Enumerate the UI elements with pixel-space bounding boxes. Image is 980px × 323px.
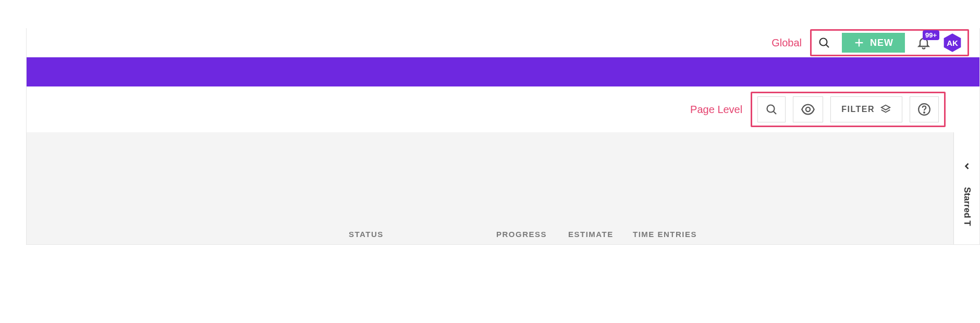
column-headers: STATUS PROGRESS ESTIMATE TIME ENTRIES	[27, 223, 953, 244]
help-icon	[917, 103, 931, 116]
column-status: STATUS	[349, 230, 496, 239]
purple-banner	[27, 57, 979, 86]
visibility-button[interactable]	[793, 96, 823, 122]
new-button[interactable]: NEW	[842, 33, 905, 53]
svg-marker-8	[881, 105, 890, 110]
notifications-button[interactable]: 99+	[914, 33, 933, 52]
eye-icon	[801, 102, 815, 117]
chevron-left-icon	[962, 161, 972, 171]
plus-icon	[853, 37, 865, 48]
new-button-label: NEW	[870, 38, 893, 48]
filter-button[interactable]: FILTER	[830, 96, 902, 122]
svg-line-6	[774, 111, 776, 114]
help-button[interactable]	[910, 96, 939, 122]
column-progress: PROGRESS	[496, 230, 568, 239]
user-avatar[interactable]: AK	[942, 33, 962, 53]
svg-point-10	[924, 112, 925, 113]
notification-badge: 99+	[923, 30, 939, 40]
global-highlight-box: NEW 99+ AK	[810, 29, 969, 56]
page-level-label: Page Level	[690, 104, 742, 116]
page-level-highlight-box: FILTER	[751, 92, 946, 127]
page-search-button[interactable]	[757, 96, 786, 122]
layers-icon	[880, 104, 891, 115]
svg-point-7	[806, 107, 810, 111]
starred-sidebar-label: Starred T	[962, 187, 972, 226]
search-icon	[818, 36, 830, 49]
global-label: Global	[771, 37, 802, 49]
search-icon	[765, 103, 778, 116]
page-level-toolbar: Page Level FILTER	[27, 86, 979, 132]
global-search-button[interactable]	[816, 34, 832, 51]
starred-sidebar-tab[interactable]: Starred T	[953, 132, 979, 244]
svg-line-1	[826, 45, 829, 47]
content-area: STATUS PROGRESS ESTIMATE TIME ENTRIES St…	[27, 132, 979, 244]
filter-button-label: FILTER	[841, 105, 875, 114]
svg-point-0	[820, 39, 827, 46]
column-estimate: ESTIMATE	[568, 230, 633, 239]
column-time-entries: TIME ENTRIES	[633, 230, 711, 239]
avatar-initials: AK	[947, 39, 958, 47]
svg-point-5	[767, 105, 775, 113]
global-toolbar: Global NEW 99+	[27, 28, 979, 57]
